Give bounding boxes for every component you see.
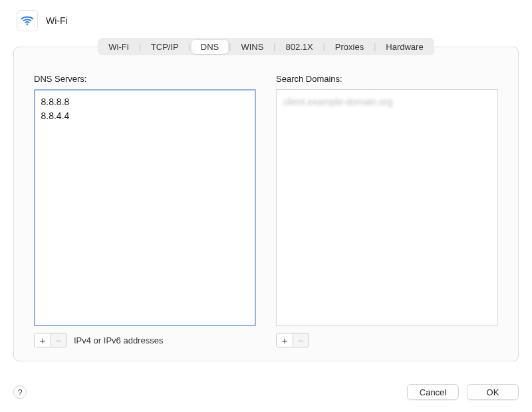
tab-8021x[interactable]: 802.1X bbox=[276, 40, 322, 54]
search-domains-list[interactable]: client.example-domain.org bbox=[276, 89, 498, 326]
wifi-icon bbox=[17, 10, 38, 31]
search-domains-label: Search Domains: bbox=[276, 74, 498, 84]
tab-proxies[interactable]: Proxies bbox=[326, 40, 373, 54]
dns-remove-button[interactable]: − bbox=[51, 333, 66, 347]
dns-servers-label: DNS Servers: bbox=[34, 74, 256, 84]
svg-point-0 bbox=[27, 23, 29, 25]
dns-server-row[interactable]: 8.8.8.8 bbox=[41, 95, 249, 110]
settings-panel: DNS Servers: 8.8.8.8 8.8.4.4 + − IPv4 or… bbox=[13, 47, 519, 361]
tab-dns[interactable]: DNS bbox=[192, 40, 228, 54]
page-title: Wi-Fi bbox=[46, 15, 68, 26]
search-domain-row[interactable]: client.example-domain.org bbox=[283, 95, 491, 110]
search-remove-button[interactable]: − bbox=[293, 333, 309, 347]
dns-server-row[interactable]: 8.8.4.4 bbox=[41, 109, 249, 124]
dns-hint: IPv4 or IPv6 addresses bbox=[74, 335, 163, 345]
tab-hardware[interactable]: Hardware bbox=[376, 40, 432, 54]
tab-tcpip[interactable]: TCP/IP bbox=[142, 40, 188, 54]
search-add-button[interactable]: + bbox=[277, 333, 293, 347]
dns-add-button[interactable]: + bbox=[35, 333, 51, 347]
search-add-remove: + − bbox=[276, 333, 309, 347]
tab-wifi[interactable]: Wi-Fi bbox=[99, 40, 138, 54]
help-button[interactable]: ? bbox=[13, 385, 27, 399]
ok-button[interactable]: OK bbox=[467, 384, 519, 400]
tab-bar: Wi-Fi | TCP/IP | DNS | WINS | 802.1X | P… bbox=[98, 38, 434, 55]
dns-add-remove: + − bbox=[34, 333, 67, 347]
dns-servers-list[interactable]: 8.8.8.8 8.8.4.4 bbox=[34, 89, 256, 326]
tab-wins[interactable]: WINS bbox=[231, 40, 273, 54]
cancel-button[interactable]: Cancel bbox=[407, 384, 459, 400]
